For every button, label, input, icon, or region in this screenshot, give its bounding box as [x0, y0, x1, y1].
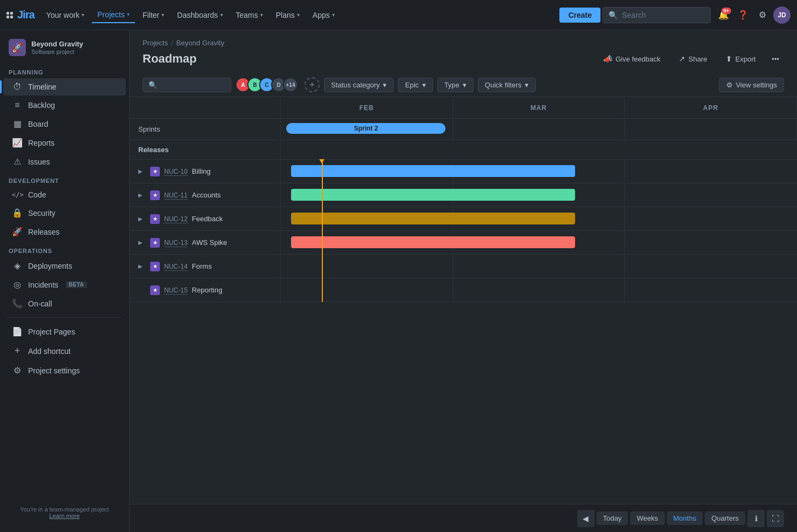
breadcrumb-projects[interactable]: Projects [143, 39, 168, 47]
months-button[interactable]: Months [667, 511, 703, 525]
task-bar[interactable] [291, 189, 575, 201]
nav-dashboards[interactable]: Dashboards ▾ [172, 8, 228, 23]
sidebar-item-security[interactable]: 🔒 Security [3, 204, 126, 222]
task-timeline-cell [281, 255, 797, 278]
sidebar-item-label: Reports [28, 139, 55, 147]
toolbar-search-input[interactable] [160, 81, 225, 89]
task-bar[interactable] [291, 213, 575, 224]
task-bar[interactable] [291, 236, 575, 248]
status-category-filter[interactable]: Status category ▾ [324, 78, 394, 92]
task-type-icon: ★ [150, 167, 160, 176]
sidebar-item-timeline[interactable]: ⏱ Timeline [3, 78, 126, 96]
quick-filters-button[interactable]: Quick filters ▾ [478, 78, 536, 92]
settings-button[interactable]: ⚙ [754, 6, 771, 24]
sidebar-item-label: Issues [28, 158, 50, 166]
sidebar-item-label: Project settings [28, 366, 80, 375]
nav-your-work[interactable]: Your work ▾ [41, 8, 90, 23]
beta-badge: BETA [66, 281, 86, 288]
task-row[interactable]: ★NUC-15Reporting [130, 278, 281, 302]
chevron-icon: ▾ [82, 12, 84, 18]
sidebar-item-add-shortcut[interactable]: + Add shortcut [3, 342, 126, 360]
notifications-button[interactable]: 🔔 9+ [715, 6, 732, 24]
sidebar-item-on-call[interactable]: 📞 On-call [3, 295, 126, 312]
weeks-button[interactable]: Weeks [630, 511, 665, 525]
add-assignee-button[interactable]: + [305, 77, 320, 92]
nav-plans[interactable]: Plans ▾ [271, 8, 305, 23]
incidents-icon: ◎ [12, 279, 23, 290]
issues-icon: ⚠ [12, 156, 23, 167]
search-input[interactable] [622, 11, 705, 19]
expand-icon[interactable]: ▶ [138, 216, 146, 222]
fullscreen-button[interactable]: ⛶ [767, 510, 784, 527]
expand-icon[interactable]: ▶ [138, 168, 146, 174]
breadcrumb-beyond-gravity[interactable]: Beyond Gravity [177, 39, 225, 47]
month-apr: APR [625, 97, 797, 118]
expand-icon[interactable]: ▶ [138, 263, 146, 269]
month-col-1 [281, 255, 453, 278]
month-headers: FEB MAR APR [281, 97, 797, 119]
type-filter[interactable]: Type ▾ [437, 78, 474, 92]
sidebar-item-reports[interactable]: 📈 Reports [3, 134, 126, 152]
task-row[interactable]: ▶★NUC-12Feedback [130, 207, 281, 231]
task-id: NUC-14 [164, 263, 187, 270]
month-col-2 [453, 255, 625, 278]
development-section-label: DEVELOPMENT [0, 171, 129, 186]
more-options-button[interactable]: ••• [767, 52, 784, 66]
chevron-left-icon: ◀ [583, 514, 589, 523]
create-button[interactable]: Create [559, 8, 600, 23]
sidebar-item-releases[interactable]: 🚀 Releases [3, 223, 126, 241]
nav-teams[interactable]: Teams ▾ [231, 8, 268, 23]
nav-filter[interactable]: Filter ▾ [137, 8, 170, 23]
give-feedback-button[interactable]: 📣 Give feedback [596, 51, 667, 66]
share-icon: ↗ [679, 54, 685, 63]
grid-icon[interactable] [6, 12, 13, 18]
quarters-button[interactable]: Quarters [705, 511, 745, 525]
code-icon: </> [12, 191, 23, 199]
task-bar[interactable] [291, 165, 575, 177]
sidebar-item-code[interactable]: </> Code [3, 187, 126, 203]
month-col-2 [453, 278, 625, 302]
info-button[interactable]: ℹ [747, 510, 765, 527]
sidebar-item-project-pages[interactable]: 📄 Project Pages [3, 323, 126, 340]
task-row[interactable]: ▶★NUC-14Forms [130, 255, 281, 278]
expand-icon[interactable]: ▶ [138, 240, 146, 245]
sidebar-item-deployments[interactable]: ◈ Deployments [3, 257, 126, 275]
share-button[interactable]: ↗ Share [672, 51, 714, 66]
navigate-left-button[interactable]: ◀ [577, 510, 595, 527]
view-settings-button[interactable]: ⚙ View settings [719, 78, 784, 92]
nav-icon-group: 🔔 9+ ❓ ⚙ JD [715, 6, 791, 24]
task-name: AWS Spike [192, 238, 227, 247]
month-feb: FEB [281, 97, 453, 118]
toolbar-search[interactable]: 🔍 [143, 78, 231, 92]
task-timeline-cell [281, 160, 797, 183]
toolbar-search-icon: 🔍 [148, 81, 157, 89]
sidebar-item-issues[interactable]: ⚠ Issues [3, 153, 126, 170]
backlog-icon: ≡ [12, 100, 23, 110]
operations-section-label: OPERATIONS [0, 241, 129, 256]
task-row[interactable]: ▶★NUC-13AWS Spike [130, 231, 281, 255]
search-box[interactable]: 🔍 [603, 7, 711, 23]
task-rows-container: ▶★NUC-10Billing▶★NUC-11Accounts▶★NUC-12F… [130, 160, 797, 302]
nav-logo[interactable]: Jira [6, 9, 35, 21]
task-row[interactable]: ▶★NUC-11Accounts [130, 183, 281, 207]
releases-label: Releases [130, 140, 281, 160]
task-id: NUC-11 [164, 192, 187, 199]
user-avatar[interactable]: JD [773, 6, 791, 24]
learn-more-link[interactable]: Learn more [49, 513, 79, 519]
nav-apps[interactable]: Apps ▾ [307, 8, 340, 23]
avatar-more[interactable]: +14 [283, 77, 298, 92]
task-row[interactable]: ▶★NUC-10Billing [130, 160, 281, 183]
sprint-col-3 [625, 119, 797, 140]
expand-icon[interactable]: ▶ [138, 192, 146, 198]
sprint-bar[interactable]: Sprint 2 [286, 123, 445, 134]
sidebar-item-incidents[interactable]: ◎ Incidents BETA [3, 276, 126, 294]
epic-filter[interactable]: Epic ▾ [398, 78, 433, 92]
nav-projects[interactable]: Projects ▾ [92, 7, 135, 23]
export-button[interactable]: ⬆ Export [719, 51, 763, 66]
sidebar-item-backlog[interactable]: ≡ Backlog [3, 97, 126, 114]
settings-icon: ⚙ [12, 365, 23, 376]
today-button[interactable]: Today [597, 511, 629, 525]
sidebar-item-board[interactable]: ▦ Board [3, 115, 126, 133]
sidebar-item-project-settings[interactable]: ⚙ Project settings [3, 362, 126, 379]
help-button[interactable]: ❓ [734, 6, 752, 24]
